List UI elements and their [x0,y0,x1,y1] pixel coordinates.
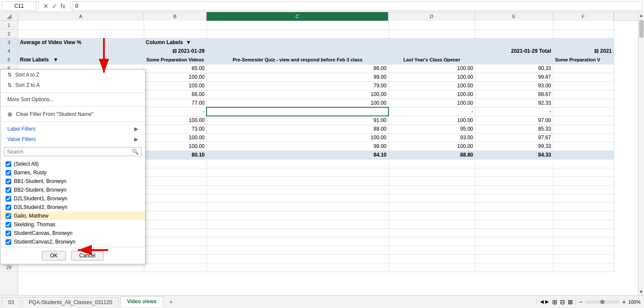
cell-f12[interactable] [553,116,614,125]
col-header-f[interactable]: F [553,12,614,21]
search-input[interactable] [7,149,132,155]
ok-button[interactable]: OK [42,251,66,260]
cell-c17[interactable] [207,159,388,168]
cell-d7[interactable]: 100.00 [388,73,475,81]
cell-f13[interactable] [553,125,614,133]
confirm-formula-icon[interactable]: ✓ [51,3,58,10]
cell-a1[interactable] [18,21,144,29]
cell-e23[interactable] [475,211,553,220]
scroll-sheets-right-icon[interactable]: ▶ [545,299,549,305]
cell-f27[interactable] [553,246,614,254]
checkbox-barnes[interactable] [6,170,11,176]
cell-d23[interactable] [388,211,475,220]
checkbox-bb1[interactable] [6,179,11,184]
col-header-c[interactable]: C [207,12,388,21]
cell-f10[interactable] [553,99,614,107]
col-header-e[interactable]: E [475,12,553,21]
cell-d6[interactable]: 100.00 [388,64,475,73]
cell-c23[interactable] [207,211,388,220]
cell-d19[interactable] [388,176,475,185]
check-item-select-all[interactable]: (Select All) [0,160,145,168]
cell-a5[interactable]: Row Labels ▼ [18,55,144,64]
check-item-skelding[interactable]: Skelding, Thomas [0,220,145,229]
cell-c27[interactable] [207,246,388,254]
formula-input[interactable] [72,1,642,11]
cell-b9[interactable]: 66.00 [144,90,207,99]
cell-d27[interactable] [388,246,475,254]
cell-b11[interactable]: - [144,107,207,116]
cell-c1[interactable] [207,21,388,29]
zoom-out-icon[interactable]: − [579,298,582,305]
cell-e8[interactable]: 93.00 [475,81,553,90]
cell-b18[interactable] [144,168,207,176]
checkbox-bb2[interactable] [6,187,11,193]
cell-f4[interactable]: ⊟ 2021 [553,47,614,55]
cell-b29[interactable] [144,263,207,272]
cell-b23[interactable] [144,211,207,220]
cell-b22[interactable] [144,202,207,211]
cell-c28[interactable] [207,254,388,263]
cell-d15[interactable]: 100.00 [388,142,475,151]
cell-d5[interactable]: Last Year's Class Opener [388,55,475,64]
view-page-break-icon[interactable]: ⊠ [568,298,573,305]
cell-b17[interactable] [144,159,207,168]
cell-b15[interactable]: 100.00 [144,142,207,151]
cell-b28[interactable] [144,254,207,263]
cell-d25[interactable] [388,228,475,237]
cell-b1[interactable] [144,21,207,29]
cell-f29[interactable] [553,263,614,272]
cell-e6[interactable]: 90.33 [475,64,553,73]
cell-e25[interactable] [475,228,553,237]
check-item-d2l1[interactable]: D2LStudent1, Bronwyn [0,194,145,203]
cell-b2[interactable] [144,29,207,38]
cell-a2[interactable] [18,29,144,38]
cell-b4[interactable]: ⊟ 2021-01-29 [144,47,207,55]
cell-e29[interactable] [475,263,553,272]
checkbox-d2l1[interactable] [6,196,11,202]
cell-b10[interactable]: 77.00 [144,99,207,107]
cell-b25[interactable] [144,228,207,237]
cell-d2[interactable] [388,29,475,38]
cell-b21[interactable] [144,194,207,202]
zoom-slider[interactable] [585,300,620,304]
cell-c7[interactable]: 99.00 [207,73,388,81]
cell-b27[interactable] [144,246,207,254]
cell-c29[interactable] [207,263,388,272]
vertical-scrollbar[interactable]: ▲ ▼ [638,21,644,295]
scroll-thumb[interactable] [639,21,644,38]
cell-d13[interactable]: 95.00 [388,125,475,133]
cell-f24[interactable] [553,220,614,228]
cell-d18[interactable] [388,168,475,176]
cell-f22[interactable] [553,202,614,211]
sort-az-item[interactable]: ⇅ Sort A to Z [0,70,145,80]
cell-f19[interactable] [553,176,614,185]
cell-e11[interactable]: - [475,107,553,116]
check-item-student-canvas2[interactable]: StudentCanvas2, Bronwyn [0,237,145,246]
cell-f21[interactable] [553,194,614,202]
cell-a3[interactable]: Average of Video View % [18,38,144,47]
cell-f23[interactable] [553,211,614,220]
cell-d22[interactable] [388,202,475,211]
cell-c15[interactable]: 98.00 [207,142,388,151]
cell-d8[interactable]: 100.00 [388,81,475,90]
fx-icon[interactable]: fx [59,3,67,10]
cell-b26[interactable] [144,237,207,246]
cell-c3[interactable] [207,38,388,47]
cell-b5[interactable]: Some Preparation Videos [144,55,207,64]
sort-za-item[interactable]: ⇅ Sort Z to A [0,80,145,90]
cell-c2[interactable] [207,29,388,38]
cell-e1[interactable] [475,21,553,29]
cell-b3[interactable]: Column Labels ▼ [144,38,207,47]
cell-e27[interactable] [475,246,553,254]
more-sort-options-item[interactable]: More Sort Options... [0,94,145,105]
cell-c8[interactable]: 79.00 [207,81,388,90]
value-filters-item[interactable]: Value Filters ▶ [0,134,145,144]
cell-e28[interactable] [475,254,553,263]
cell-e24[interactable] [475,220,553,228]
cell-d28[interactable] [388,254,475,263]
cell-d26[interactable] [388,237,475,246]
cell-c16[interactable]: 84.10 [207,151,388,159]
checkbox-student-canvas2[interactable] [6,239,11,245]
view-page-icon[interactable]: ⊟ [560,298,565,305]
checkbox-select-all[interactable] [6,161,11,167]
